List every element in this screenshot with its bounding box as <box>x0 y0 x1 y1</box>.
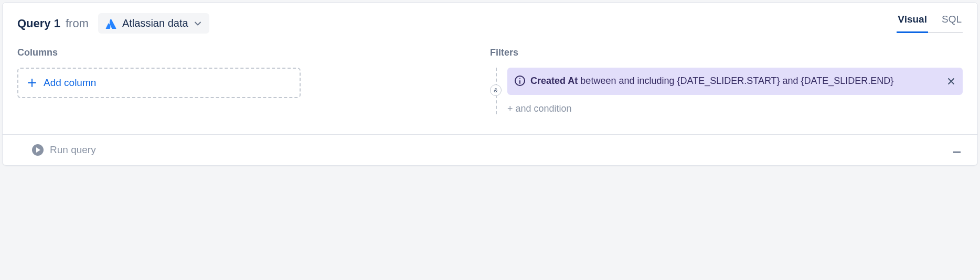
minimize-button[interactable] <box>951 143 963 157</box>
close-icon[interactable] <box>947 77 955 85</box>
play-icon <box>32 144 44 156</box>
query-footer: Run query <box>3 134 977 165</box>
data-source-selector[interactable]: Atlassian data <box>98 13 209 34</box>
query-builder-panel: Query 1 from Atlassian data Visual <box>2 2 978 166</box>
add-column-label: Add column <box>44 77 96 89</box>
tab-sql[interactable]: SQL <box>941 14 963 33</box>
run-query-label: Run query <box>50 144 96 156</box>
minus-icon <box>953 152 961 153</box>
add-column-button[interactable]: Add column <box>17 68 301 98</box>
filter-operator-text: between and including {DATE_SLIDER.START… <box>578 76 893 86</box>
filter-field-name: Created At <box>530 76 578 86</box>
filters-panel: Filters & Created At between and includi… <box>490 47 963 114</box>
query-body: Columns Add column Filters & Created At … <box>3 43 977 134</box>
query-title: Query 1 <box>17 17 60 30</box>
chevron-down-icon <box>194 19 202 28</box>
plus-icon <box>28 79 36 87</box>
filter-chips-column: Created At between and including {DATE_S… <box>496 68 963 114</box>
filters-content: & Created At between and including {DATE… <box>490 68 963 114</box>
atlassian-icon <box>105 18 117 29</box>
info-icon <box>515 76 525 86</box>
run-query-button[interactable]: Run query <box>32 144 96 156</box>
filters-heading: Filters <box>490 47 963 58</box>
query-header-left: Query 1 from Atlassian data <box>17 13 209 34</box>
columns-panel: Columns Add column <box>17 47 490 114</box>
add-condition-button[interactable]: + and condition <box>507 103 572 114</box>
columns-heading: Columns <box>17 47 490 58</box>
filter-text: Created At between and including {DATE_S… <box>530 74 940 89</box>
tab-visual[interactable]: Visual <box>897 14 928 33</box>
query-header: Query 1 from Atlassian data Visual <box>3 3 977 43</box>
query-from-label: from <box>66 17 89 30</box>
filter-condition-chip[interactable]: Created At between and including {DATE_S… <box>507 68 963 95</box>
data-source-name: Atlassian data <box>122 17 188 29</box>
view-tabs: Visual SQL <box>897 14 963 33</box>
and-operator-badge: & <box>490 84 502 96</box>
